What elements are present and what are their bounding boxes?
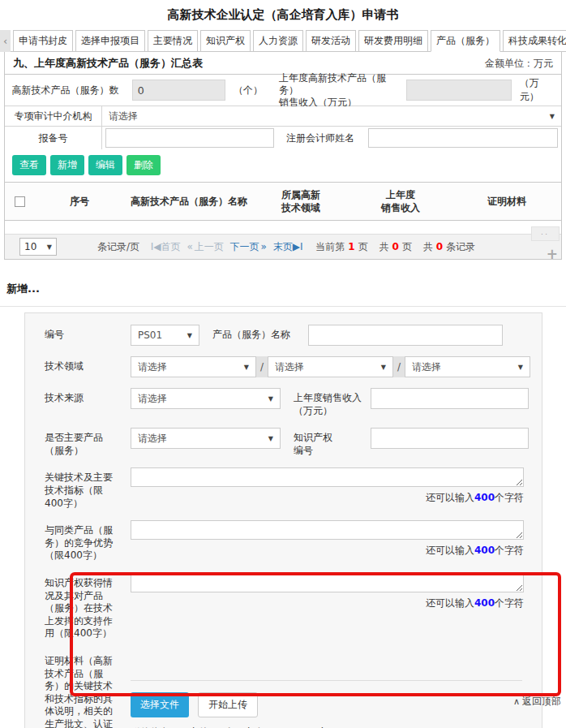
advantage-label: 与同类产品（服务）的竞争优势（限400字） bbox=[45, 520, 118, 562]
first-page-icon: Ⅰ◀ bbox=[151, 241, 161, 252]
tab-achievement-transform[interactable]: 科技成果转化 bbox=[503, 30, 566, 52]
code-label: 编号 bbox=[45, 325, 118, 346]
agency-select[interactable]: 请选择 ▼ bbox=[102, 106, 561, 126]
summary-row-counts: 高新技术产品（服务）数 （个） 上年度高新技术产品（服务） 销售收入（万元） （… bbox=[5, 75, 561, 106]
page-title: 高新技术企业认定（高企培育入库）申请书 bbox=[0, 0, 566, 23]
last-year-revenue-input[interactable] bbox=[371, 388, 529, 409]
form-row-tech-field: 技术领域 请选择 ▼ / 请选择 ▼ / 请选择 ▼ bbox=[45, 356, 542, 377]
tech-field-select-1-value: 请选择 bbox=[138, 360, 167, 374]
revenue-input bbox=[406, 80, 512, 101]
plus-icon[interactable]: + bbox=[547, 246, 558, 262]
form-row-tech-source: 技术来源 请选择 ▼ 上年度销售收入 （万元） bbox=[45, 388, 542, 417]
tab-intellectual-property[interactable]: 知识产权 bbox=[200, 30, 251, 52]
agency-label: 专项审计中介机构 bbox=[5, 106, 102, 126]
current-page-number: 1 bbox=[348, 241, 354, 252]
add-button[interactable]: 新增 bbox=[50, 155, 84, 175]
tab-product-service[interactable]: 产品（服务） bbox=[431, 30, 500, 52]
choose-file-button[interactable]: 选择文件 bbox=[131, 692, 189, 717]
code-select-value: PS01 bbox=[138, 330, 162, 341]
tabs-scroll-left-button[interactable]: ‹ bbox=[0, 30, 11, 52]
prev-page-link[interactable]: 上一页 bbox=[195, 241, 224, 252]
code-select[interactable]: PS01 ▼ bbox=[131, 325, 199, 346]
last-page-link[interactable]: 末页 bbox=[273, 241, 293, 252]
select-all-checkbox[interactable] bbox=[15, 196, 25, 207]
tech-field-label: 技术领域 bbox=[45, 356, 118, 377]
page-unit: 页 bbox=[358, 241, 368, 252]
caret-down-icon: ▼ bbox=[513, 364, 523, 371]
page-size-select[interactable]: 10 ▼ bbox=[19, 238, 57, 256]
application-form-page: 高新技术企业认定（高企培育入库）申请书 ‹ 申请书封皮 选择申报项目 主要情况 … bbox=[0, 0, 566, 728]
unit-note: 金额单位：万元 bbox=[485, 57, 553, 71]
records-unit: 条记录 bbox=[446, 241, 475, 252]
caret-down-icon: ▼ bbox=[239, 364, 249, 371]
evidence-label: 证明材料（高新技术产品（服务）的关键技术和技术指标的具体说明，相关的生产批文、认… bbox=[45, 651, 118, 728]
column-header-tech-field: 所属高新 技术领域 bbox=[253, 188, 349, 214]
form-row-advantage: 与同类产品（服务）的竞争优势（限400字） 还可以输入400个字符 bbox=[45, 520, 542, 562]
table-empty-body bbox=[5, 221, 561, 234]
key-tech-textarea[interactable] bbox=[131, 467, 524, 487]
is-main-label: 是否主要产品 （服务） bbox=[45, 428, 118, 457]
pagination-bar: 10 ▼ 条记录/页 Ⅰ◀首页 «上一页 下一页» 末页▶Ⅰ 当前第1页 共0页… bbox=[5, 234, 561, 259]
last-page-icon: ▶Ⅰ bbox=[293, 241, 303, 252]
tab-main-info[interactable]: 主要情况 bbox=[148, 30, 198, 52]
start-upload-button[interactable]: 开始上传 bbox=[198, 692, 258, 717]
caret-down-icon: ▼ bbox=[264, 435, 273, 442]
tab-human-resources[interactable]: 人力资源 bbox=[253, 30, 303, 52]
product-count-unit: （个） bbox=[234, 84, 263, 97]
next-page-link[interactable]: 下一页 bbox=[230, 241, 259, 252]
report-no-input[interactable] bbox=[105, 128, 274, 148]
tech-field-select-3[interactable]: 请选择 ▼ bbox=[405, 356, 530, 377]
caret-down-icon: ▼ bbox=[545, 113, 555, 120]
tab-rd-expense-detail[interactable]: 研发费用明细 bbox=[358, 30, 428, 52]
product-count-label: 高新技术产品（服务）数 bbox=[5, 84, 126, 97]
summary-row-report: 报备号 注册会计师姓名 bbox=[5, 126, 561, 149]
upload-divider bbox=[131, 680, 522, 681]
form-row-is-main: 是否主要产品 （服务） 请选择 ▼ 知识产权 编号 bbox=[45, 428, 542, 457]
total-pages-unit: 页 bbox=[402, 241, 412, 252]
slash-separator: / bbox=[256, 356, 268, 377]
tab-rd-activities[interactable]: 研发活动 bbox=[306, 30, 356, 52]
caret-down-icon: ▼ bbox=[42, 243, 52, 251]
tech-source-select[interactable]: 请选择 ▼ bbox=[131, 388, 281, 409]
tech-source-label: 技术来源 bbox=[45, 388, 118, 417]
form-row-code: 编号 PS01 ▼ 产品（服务）名称 bbox=[45, 325, 542, 346]
section-divider bbox=[0, 306, 566, 307]
key-tech-counter: 还可以输入400个字符 bbox=[131, 491, 524, 505]
tech-field-select-2[interactable]: 请选择 ▼ bbox=[268, 356, 393, 377]
product-name-input[interactable] bbox=[308, 325, 503, 346]
tab-application-cover[interactable]: 申请书封皮 bbox=[13, 30, 73, 52]
prev-page-mark: « bbox=[187, 241, 192, 252]
per-page-label: 条记录/页 bbox=[97, 241, 139, 252]
toolbar: 查看 新增 编辑 删除 bbox=[5, 149, 561, 182]
chevron-left-icon: ‹ bbox=[3, 35, 7, 47]
view-button[interactable]: 查看 bbox=[12, 155, 46, 175]
first-page-link[interactable]: 首页 bbox=[161, 241, 181, 252]
summary-row-agency: 专项审计中介机构 请选择 ▼ bbox=[5, 106, 561, 126]
tech-field-select-2-value: 请选择 bbox=[275, 360, 304, 374]
tech-field-select-1[interactable]: 请选择 ▼ bbox=[131, 356, 256, 377]
column-header-evidence: 证明材料 bbox=[452, 195, 561, 208]
accountant-name-input[interactable] bbox=[368, 128, 558, 148]
add-section-title: 新增... bbox=[6, 282, 566, 296]
back-to-top-button[interactable]: ∧返回顶部 bbox=[513, 695, 561, 709]
back-to-top-label: 返回顶部 bbox=[522, 696, 561, 707]
accountant-label: 注册会计师姓名 bbox=[276, 131, 365, 145]
key-tech-label: 关键技术及主要技术指标（限400字） bbox=[45, 467, 118, 510]
ip-number-input[interactable] bbox=[371, 428, 529, 449]
report-no-label: 报备号 bbox=[5, 127, 102, 149]
revenue-unit: （万元） bbox=[520, 76, 556, 104]
next-page-mark: » bbox=[261, 241, 267, 252]
partial-widget: ·· bbox=[531, 226, 560, 241]
advantage-textarea[interactable] bbox=[131, 520, 524, 540]
is-main-select[interactable]: 请选择 ▼ bbox=[131, 428, 281, 449]
column-header-revenue: 上年度 销售收入 bbox=[349, 188, 452, 214]
edit-button[interactable]: 编辑 bbox=[88, 155, 122, 175]
delete-button[interactable]: 删除 bbox=[126, 155, 161, 175]
column-header-index: 序号 bbox=[34, 195, 125, 208]
caret-down-icon: ▼ bbox=[376, 364, 386, 371]
total-pages-label: 共 bbox=[379, 241, 389, 252]
form-row-evidence: 证明材料（高新技术产品（服务）的关键技术和技术指标的具体说明，相关的生产批文、认… bbox=[45, 651, 542, 728]
ip-support-textarea[interactable] bbox=[131, 573, 524, 592]
form-row-ip-support: 知识产权获得情况及其对产品（服务）在技术上发挥的支持作用（限400字） 还可以输… bbox=[45, 573, 542, 640]
tab-select-project[interactable]: 选择申报项目 bbox=[75, 30, 145, 52]
